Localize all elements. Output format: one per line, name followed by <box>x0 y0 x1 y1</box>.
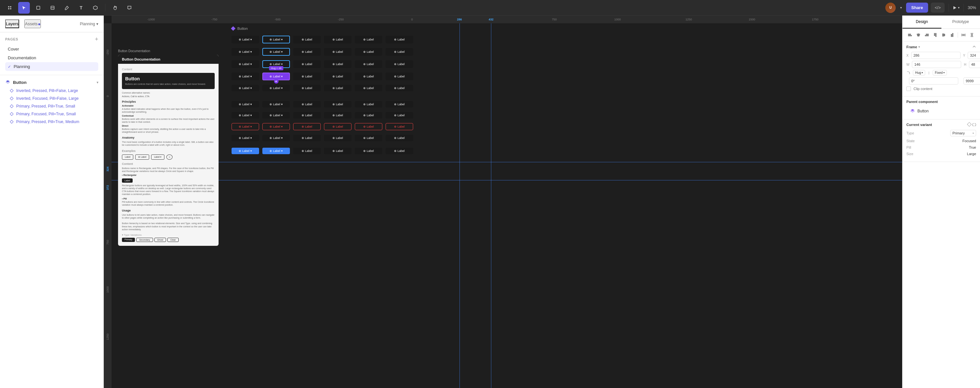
code-button[interactable]: </> <box>931 3 945 13</box>
user-avatar[interactable]: U <box>885 3 896 13</box>
btn2-r4c4[interactable]: ⊕ Label <box>324 135 352 141</box>
clip-checkbox[interactable] <box>907 87 911 91</box>
y-input[interactable] <box>968 52 980 59</box>
btn-r4c4[interactable]: ⊕ Label <box>324 73 352 80</box>
add-page-button[interactable]: + <box>95 36 98 42</box>
btn2-r2c3[interactable]: ⊕ Label <box>293 112 321 119</box>
type-btn-secondary[interactable]: Secondary <box>136 238 153 242</box>
btn-r2c4[interactable]: ⊕ Label <box>324 48 352 56</box>
assets-tab[interactable]: Assets <box>24 19 41 28</box>
btn-r2c1[interactable]: ⊕ Label ▾ <box>232 48 259 56</box>
btn-r2c3[interactable]: ⊕ Label <box>293 48 321 56</box>
plus-handle[interactable]: + <box>274 79 278 84</box>
btn-r1c3[interactable]: ⊕ Label <box>293 36 321 43</box>
type-select[interactable]: Primary ▾ <box>950 130 976 136</box>
play-button[interactable]: ▾ <box>953 6 959 10</box>
doc-frame[interactable]: Button Documentation Content Button Butt… <box>118 55 219 246</box>
btn2-r1c2[interactable]: ⊕ Label ▾ <box>262 101 290 108</box>
btn2-r4c2[interactable]: ⊕ Label ▾ <box>262 135 290 141</box>
btn2-r3c1[interactable]: ⊕ Label ▾ <box>232 123 259 130</box>
hug-select[interactable]: Hug ▾ <box>913 70 925 76</box>
btn-r3c3[interactable]: ⊕ Label <box>293 60 321 68</box>
btn2-r1c4[interactable]: ⊕ Label <box>324 101 352 108</box>
btn3-r1c6[interactable]: ⊕ Label <box>386 148 413 154</box>
btn2-r1c3[interactable]: ⊕ Label <box>293 101 321 108</box>
h-input[interactable] <box>969 61 980 68</box>
corner-input[interactable] <box>964 78 980 84</box>
btn2-r4c5[interactable]: ⊕ Label <box>355 135 382 141</box>
shapes-tool-button[interactable] <box>47 2 58 14</box>
btn-r5c3[interactable]: ⊕ Label <box>293 85 321 91</box>
canvas-area[interactable]: -1000 -750 -500 -250 0 286 432 750 1000 … <box>104 16 902 388</box>
btn-r5c2[interactable]: ⊕ Label ▾ <box>262 85 290 91</box>
layer-item-1[interactable]: Inverted, Pressed, Pill=False, Large <box>0 87 103 95</box>
layers-tab[interactable]: Layers <box>5 19 19 28</box>
align-top-button[interactable] <box>932 32 939 38</box>
btn-r2c5[interactable]: ⊕ Label <box>355 48 382 56</box>
type-btn-clear[interactable]: Clear <box>167 238 179 242</box>
btn-r1c5[interactable]: ⊕ Label <box>355 36 382 43</box>
btn2-r3c6[interactable]: ⊕ Label <box>386 123 413 130</box>
layer-item-2[interactable]: Inverted, Focused, Pill=False, Large <box>0 95 103 102</box>
type-btn-primary[interactable]: Primary <box>122 238 135 242</box>
btn-r1c2[interactable]: ⊕ Label ▾ <box>262 36 290 43</box>
page-item-cover[interactable]: Cover <box>5 45 98 54</box>
btn2-r4c3[interactable]: ⊕ Label <box>293 135 321 141</box>
btn2-r2c6[interactable]: ⊕ Label <box>386 112 413 119</box>
btn2-r2c5[interactable]: ⊕ Label <box>355 112 382 119</box>
btn2-r1c1[interactable]: ⊕ Label ▾ <box>232 101 259 108</box>
prototype-tab[interactable]: Prototype <box>942 16 980 29</box>
align-center-v-button[interactable] <box>940 32 947 38</box>
layer-group-button-header[interactable]: Button ▾ <box>0 78 103 87</box>
example-btn-3[interactable]: Label ▾ <box>151 155 164 160</box>
example-btn-1[interactable]: Label <box>122 155 133 160</box>
design-tab[interactable]: Design <box>902 16 942 29</box>
btn3-r1c2[interactable]: ⊕ Label ▾ <box>262 148 290 154</box>
btn3-r1c4[interactable]: ⊕ Label <box>324 148 352 154</box>
btn3-r1c3[interactable]: ⊕ Label <box>293 148 321 154</box>
rotation-input[interactable] <box>909 78 958 84</box>
avatar-dropdown-button[interactable]: ▾ <box>898 2 904 14</box>
fixed-select[interactable]: Fixed ▾ <box>933 70 947 76</box>
btn2-r2c1[interactable]: ⊕ Label ▾ <box>232 112 259 119</box>
btn2-r3c3[interactable]: ⊕ Label <box>293 123 321 130</box>
btn-r5c1[interactable]: ⊕ Label ▾ <box>232 85 259 91</box>
align-center-h-button[interactable] <box>915 32 922 38</box>
page-item-planning[interactable]: ✓ Planning <box>5 62 98 71</box>
btn-r5c4[interactable]: ⊕ Label <box>324 85 352 91</box>
btn-r3c1[interactable]: ⊕ Label ▾ <box>232 60 259 68</box>
btn2-r4c1[interactable]: ⊕ Label ▾ <box>232 135 259 141</box>
example-btn-2[interactable]: ⊕ Label <box>135 155 149 160</box>
menu-button[interactable] <box>4 2 16 14</box>
btn-r5c6[interactable]: ⊕ Label <box>386 85 413 91</box>
btn-r4c5[interactable]: ⊕ Label <box>355 73 382 80</box>
btn-r4c3[interactable]: ⊕ Label <box>293 73 321 80</box>
btn-r1c6[interactable]: ⊕ Label <box>386 36 413 43</box>
parent-component[interactable]: Button <box>907 106 976 116</box>
btn2-r1c5[interactable]: ⊕ Label <box>355 101 382 108</box>
btn-r1c4[interactable]: ⊕ Label <box>324 36 352 43</box>
layer-item-3[interactable]: Primary, Pressed, Pill=True, Small <box>0 102 103 110</box>
btn3-r1c1[interactable]: ⊕ Label ▾ <box>232 148 259 154</box>
btn-r3c5[interactable]: ⊕ Label <box>355 60 382 68</box>
distribute-h-button[interactable] <box>960 32 967 38</box>
btn3-r1c5[interactable]: ⊕ Label <box>355 148 382 154</box>
frame-tool-button[interactable] <box>32 2 44 14</box>
layer-item-4[interactable]: Primary, Focused, Pill=True, Small <box>0 110 103 118</box>
move-tool-button[interactable] <box>18 2 30 14</box>
frame-options-button[interactable] <box>972 45 976 49</box>
planning-badge[interactable]: Planning ▾ <box>80 22 98 26</box>
btn-r3c6[interactable]: ⊕ Label <box>386 60 413 68</box>
btn-r4c1[interactable]: ⊕ Label ▾ <box>232 73 259 80</box>
distribute-v-button[interactable] <box>968 32 975 38</box>
btn-r2c6[interactable]: ⊕ Label <box>386 48 413 56</box>
share-button[interactable]: Share <box>906 3 928 13</box>
layer-item-5[interactable]: Primary, Pressed, Pill=True, Medium <box>0 118 103 126</box>
comment-tool-button[interactable] <box>124 2 135 14</box>
type-btn-ghost[interactable]: Ghost <box>154 238 166 242</box>
align-right-button[interactable] <box>923 32 931 38</box>
x-input[interactable] <box>911 52 961 59</box>
text-tool-button[interactable]: T <box>75 2 87 14</box>
btn2-r3c2[interactable]: ⊕ Label ▾ <box>262 123 290 130</box>
btn-r4c6[interactable]: ⊕ Label <box>386 73 413 80</box>
